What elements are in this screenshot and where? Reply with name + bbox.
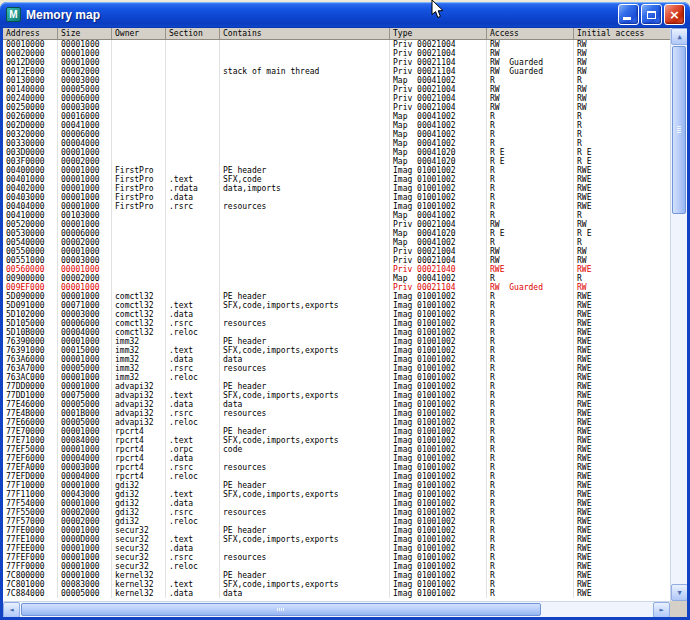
table-row[interactable]: 0053000000006000Map 00041020R ER E — [3, 229, 670, 238]
cell-owner — [112, 256, 166, 265]
table-row[interactable]: 5D09100000071000comctl32.textSFX,code,im… — [3, 301, 670, 310]
table-row[interactable]: 77EFD00000004000rpcrt4.relocImag 0100100… — [3, 472, 670, 481]
table-row[interactable]: 77E7000000001000rpcrt4PE headerImag 0100… — [3, 427, 670, 436]
table-row[interactable]: 0054000000002000Map 00041002RR — [3, 238, 670, 247]
scroll-up-button[interactable]: ▲ — [671, 28, 687, 45]
title-bar[interactable]: M Memory map × — [0, 2, 690, 28]
column-header-sect[interactable]: Section — [166, 28, 220, 39]
table-row[interactable]: 0055000000001000Priv 00021004RWRW — [3, 247, 670, 256]
cell-cont — [220, 58, 390, 67]
table-row[interactable]: 0033000000004000Map 00041002RR — [3, 139, 670, 148]
column-header-init[interactable]: Initial access — [574, 28, 670, 39]
vertical-scroll-thumb[interactable] — [672, 46, 686, 214]
column-header-owner[interactable]: Owner — [112, 28, 166, 39]
table-row[interactable]: 77F5400000001000gdi32.dataImag 01001002R… — [3, 499, 670, 508]
table-row[interactable]: 7639000000001000imm32PE headerImag 01001… — [3, 337, 670, 346]
cell-type: Imag 01001002 — [390, 355, 487, 364]
table-row[interactable]: 77EFA00000003000rpcrt4.rsrcresourcesImag… — [3, 463, 670, 472]
table-row[interactable]: 77FE10000000D000secur32.textSFX,code,imp… — [3, 535, 670, 544]
scroll-right-button[interactable]: ► — [653, 602, 670, 617]
table-row[interactable]: 0014000000005000Priv 00021004RWRW — [3, 85, 670, 94]
vertical-scrollbar[interactable]: ▲ ▼ — [670, 28, 687, 601]
table-row[interactable]: 7C80000000001000kernel32PE headerImag 01… — [3, 571, 670, 580]
cell-sect: .reloc — [166, 517, 220, 526]
window-icon[interactable]: M — [6, 7, 21, 22]
table-row[interactable]: 5D10B00000004000comctl32.relocImag 01001… — [3, 328, 670, 337]
cell-cont — [220, 112, 390, 121]
cell-size: 00001000 — [58, 175, 112, 184]
table-row[interactable]: 5D10200000003000comctl32.dataImag 010010… — [3, 310, 670, 319]
table-row[interactable]: 0041000000103000Map 00041002RR — [3, 211, 670, 220]
cell-owner — [112, 112, 166, 121]
scroll-down-button[interactable]: ▼ — [671, 584, 687, 601]
table-row[interactable]: 77FEF00000001000secur32.rsrcresourcesIma… — [3, 553, 670, 562]
table-row[interactable]: 77EF500000001000rpcrt4.orpccodeImag 0100… — [3, 445, 670, 454]
table-row[interactable]: 7C80100000083000kernel32.textSFX,code,im… — [3, 580, 670, 589]
table-row[interactable]: 77DD000000001000advapi32PE headerImag 01… — [3, 382, 670, 391]
table-row[interactable]: 0012E00000002000stack of main threadPriv… — [3, 67, 670, 76]
table-row[interactable]: 763A700000005000imm32.rsrcresourcesImag … — [3, 364, 670, 373]
table-row[interactable]: 77FF000000001000secur32.relocImag 010010… — [3, 562, 670, 571]
table-row[interactable]: 003F000000002000Map 00041020R ER E — [3, 157, 670, 166]
table-row[interactable]: 5D10500000006000comctl32.rsrcresourcesIm… — [3, 319, 670, 328]
close-button[interactable]: × — [664, 4, 685, 25]
table-row[interactable]: 7C88400000005000kernel32.datadataImag 01… — [3, 589, 670, 598]
column-header-addr[interactable]: Address — [3, 28, 58, 39]
table-row[interactable]: 0001000000001000Priv 00021004RWRW — [3, 40, 670, 49]
horizontal-scroll-thumb[interactable] — [21, 603, 541, 616]
table-row[interactable]: 77FE000000001000secur32PE headerImag 010… — [3, 526, 670, 535]
table-row[interactable]: 77F1100000043000gdi32.textSFX,code,impor… — [3, 490, 670, 499]
table-row[interactable]: 0002000000001000Priv 00021004RWRW — [3, 49, 670, 58]
column-header-size[interactable]: Size — [58, 28, 112, 39]
cell-acc: R — [487, 445, 574, 454]
table-row[interactable]: 0040000000001000FirstProPE headerImag 01… — [3, 166, 670, 175]
column-header-cont[interactable]: Contains — [220, 28, 390, 39]
table-row[interactable]: 77E7100000084000rpcrt4.textSFX,code,impo… — [3, 436, 670, 445]
cell-init: R E — [574, 229, 670, 238]
table-row[interactable]: 77EF600000004000rpcrt4.dataImag 01001002… — [3, 454, 670, 463]
table-row[interactable]: 0040100000001000FirstPro.textSFX,codeIma… — [3, 175, 670, 184]
table-row[interactable]: 77E4600000005000advapi32.datadataImag 01… — [3, 400, 670, 409]
table-row[interactable]: 0032000000006000Map 00041002RR — [3, 130, 670, 139]
table-row[interactable]: 0040200000001000FirstPro.rdatadata,impor… — [3, 184, 670, 193]
table-row[interactable]: 0024000000006000Priv 00021004RWRW — [3, 94, 670, 103]
table-row[interactable]: 0040400000001000FirstPro.rsrcresourcesIm… — [3, 202, 670, 211]
table-row[interactable]: 0090000000002000Map 00041002RR — [3, 274, 670, 283]
cell-type: Imag 01001002 — [390, 337, 487, 346]
table-row[interactable]: 77E4B0000001B000advapi32.rsrcresourcesIm… — [3, 409, 670, 418]
table-row[interactable]: 763AC00000001000imm32.relocImag 01001002… — [3, 373, 670, 382]
cell-init: RWE — [574, 427, 670, 436]
table-row[interactable]: 77DD100000075000advapi32.textSFX,code,im… — [3, 391, 670, 400]
table-row[interactable]: 0012D00000001000Priv 00021104RW GuardedR… — [3, 58, 670, 67]
cell-sect — [166, 139, 220, 148]
cell-sect: .rsrc — [166, 553, 220, 562]
table-row[interactable]: 763A600000001000imm32.datadataImag 01001… — [3, 355, 670, 364]
table-row[interactable]: 0026000000016000Map 00041002RR — [3, 112, 670, 121]
table-row[interactable]: 77F5700000002000gdi32.relocImag 01001002… — [3, 517, 670, 526]
cell-type: Imag 01001002 — [390, 481, 487, 490]
horizontal-scrollbar[interactable]: ◄ ► — [3, 601, 670, 617]
table-row[interactable]: 0055100000003000Priv 00021004RWRW — [3, 256, 670, 265]
table-row[interactable]: 0040300000001000FirstPro.dataImag 010010… — [3, 193, 670, 202]
table-row[interactable]: 77F1000000001000gdi32PE headerImag 01001… — [3, 481, 670, 490]
cell-init: RWE — [574, 166, 670, 175]
column-header-type[interactable]: Type — [390, 28, 487, 39]
table-row[interactable]: 5D09000000001000comctl32PE headerImag 01… — [3, 292, 670, 301]
table-row[interactable]: 003D000000001000Map 00041020R ER E — [3, 148, 670, 157]
table-row[interactable]: 0013000000003000Map 00041002RR — [3, 76, 670, 85]
table-row[interactable]: 7639100000015000imm32.textSFX,code,impor… — [3, 346, 670, 355]
table-row[interactable]: 0056000000001000Priv 00021040RWERWE — [3, 265, 670, 274]
table-row[interactable]: 0052000000001000Priv 00021004RWRW — [3, 220, 670, 229]
table-row[interactable]: 009EF00000001000Priv 00021104RW GuardedR… — [3, 283, 670, 292]
table-row[interactable]: 77FEE00000001000secur32.dataImag 0100100… — [3, 544, 670, 553]
cell-addr: 77EF5000 — [3, 445, 58, 454]
minimize-button[interactable] — [618, 4, 639, 25]
table-row[interactable]: 77F5500000002000gdi32.rsrcresourcesImag … — [3, 508, 670, 517]
table-row[interactable]: 0025000000003000Priv 00021004RWRW — [3, 103, 670, 112]
table-row[interactable]: 002D000000041000Map 00041002RR — [3, 121, 670, 130]
column-header-acc[interactable]: Access — [487, 28, 574, 39]
scroll-left-button[interactable]: ◄ — [3, 602, 20, 617]
maximize-button[interactable] — [641, 4, 662, 25]
cell-cont: PE header — [220, 292, 390, 301]
table-row[interactable]: 77E6600000005000advapi32.relocImag 01001… — [3, 418, 670, 427]
